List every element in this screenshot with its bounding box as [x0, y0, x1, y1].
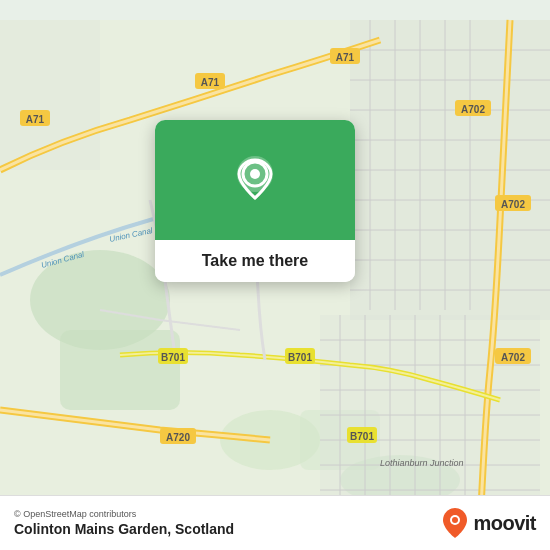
svg-text:A71: A71 — [336, 52, 355, 63]
svg-point-64 — [452, 517, 458, 523]
moovit-logo: moovit — [441, 506, 536, 540]
take-me-there-button[interactable]: Take me there — [202, 252, 308, 269]
svg-text:B701: B701 — [161, 352, 185, 363]
svg-rect-22 — [320, 315, 540, 525]
popup-green-area — [155, 120, 355, 240]
svg-text:A702: A702 — [501, 199, 525, 210]
osm-attribution: © OpenStreetMap contributors — [14, 509, 234, 519]
popup-label-area[interactable]: Take me there — [155, 240, 355, 282]
bottom-bar: © OpenStreetMap contributors Colinton Ma… — [0, 495, 550, 550]
svg-text:B701: B701 — [350, 431, 374, 442]
svg-text:A71: A71 — [26, 114, 45, 125]
svg-text:A702: A702 — [501, 352, 525, 363]
svg-text:A720: A720 — [166, 432, 190, 443]
moovit-brand-text: moovit — [473, 512, 536, 535]
map-container: A71 A71 A71 A702 A702 A702 B701 B701 B70… — [0, 0, 550, 550]
svg-text:A71: A71 — [201, 77, 220, 88]
bottom-left: © OpenStreetMap contributors Colinton Ma… — [14, 509, 234, 537]
location-name: Colinton Mains Garden, Scotland — [14, 521, 234, 537]
svg-point-62 — [250, 169, 260, 179]
popup-card[interactable]: Take me there — [155, 120, 355, 282]
location-pin-icon — [231, 152, 279, 208]
svg-text:Lothianburn Junction: Lothianburn Junction — [380, 458, 464, 468]
svg-text:A702: A702 — [461, 104, 485, 115]
svg-rect-2 — [60, 330, 180, 410]
svg-text:B701: B701 — [288, 352, 312, 363]
moovit-pin-icon — [441, 506, 469, 540]
